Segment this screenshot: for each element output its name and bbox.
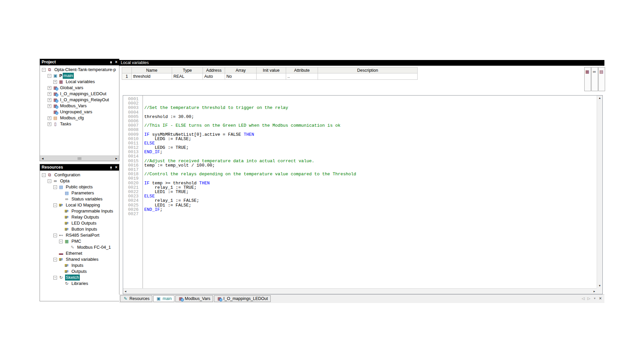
project-item-ungrouped-vars[interactable]: ▦GUngrouped_vars xyxy=(40,109,119,115)
expander-minus-icon[interactable]: − xyxy=(59,240,63,243)
scroll-right-icon[interactable]: ► xyxy=(593,290,596,293)
code-line-0018[interactable]: 0018//Control the relays depending on th… xyxy=(123,172,597,176)
resources-item-button-inputs[interactable]: ⇄Button Inputs xyxy=(40,226,119,232)
close-icon[interactable]: × xyxy=(115,59,117,65)
resources-item-led-outputs[interactable]: ⇄LED Outputs xyxy=(40,220,119,226)
pin-icon[interactable] xyxy=(109,165,113,170)
expander-plus-icon[interactable]: + xyxy=(53,80,57,84)
resources-item-inputs[interactable]: ⇄Inputs xyxy=(40,262,119,268)
project-item-global-vars[interactable]: +▦GGlobal_vars xyxy=(40,85,119,91)
watch-view-strip[interactable]: ∞ xyxy=(591,67,598,91)
resources-item-parameters[interactable]: ▤Parameters xyxy=(40,190,119,196)
code-line-0009[interactable]: 0009IF sysMbMRtuNetList[0].active = FALS… xyxy=(123,132,597,137)
editor-horizontal-scrollbar[interactable]: ◄ ► xyxy=(123,288,597,294)
resources-item-public-objects[interactable]: −▤Public objects xyxy=(40,184,119,190)
column-header-type[interactable]: Type xyxy=(172,67,203,73)
code-line-0026[interactable]: 0026END_IF; xyxy=(123,207,597,212)
project-item-i-o-mappings-relayout[interactable]: +▦GI_O_mappings_RelayOut xyxy=(40,97,119,103)
scroll-right-icon[interactable]: ► xyxy=(114,157,119,160)
column-header-address[interactable]: Address xyxy=(203,67,225,73)
expander-minus-icon[interactable]: − xyxy=(42,68,46,72)
resources-item-rs485-serialport[interactable]: −⊷RS485 SerialPort xyxy=(40,232,119,238)
code-area[interactable]: 000100020003//Set the temperature thresh… xyxy=(123,96,597,288)
cell-type[interactable]: REAL xyxy=(172,73,203,80)
project-item-modbus-vars[interactable]: +▦GModbus_Vars xyxy=(40,103,119,109)
expander-minus-icon[interactable]: − xyxy=(53,185,57,189)
code-line-0003[interactable]: 0003//Set the temperature threshold to t… xyxy=(123,106,597,110)
close-icon[interactable]: × xyxy=(115,164,117,171)
column-header-array[interactable]: Array xyxy=(225,67,257,73)
editor-vertical-scrollbar[interactable]: ▲ ▼ xyxy=(597,96,602,288)
variables-grid-view-strip[interactable]: ▦ xyxy=(584,67,591,91)
code-editor[interactable]: 000100020003//Set the temperature thresh… xyxy=(123,95,603,294)
close-tab-icon[interactable]: × xyxy=(599,297,602,300)
code-line-0027[interactable]: 0027 xyxy=(123,212,597,216)
expander-minus-icon[interactable]: − xyxy=(53,234,57,237)
resources-item-programmable-inputs[interactable]: ⇄Programmable Inputs xyxy=(40,208,119,214)
scroll-down-icon[interactable]: ▼ xyxy=(597,283,602,288)
resources-item-pmc[interactable]: −▦PMC xyxy=(40,238,119,244)
cell-address[interactable]: Auto xyxy=(203,73,225,80)
expander-plus-icon[interactable]: + xyxy=(48,98,51,102)
column-header-name[interactable]: Name xyxy=(132,67,172,73)
project-horizontal-scrollbar[interactable]: ◄ ► xyxy=(40,156,119,161)
expander-plus-icon[interactable]: + xyxy=(48,86,51,90)
project-item-main[interactable]: −▣Pmain xyxy=(40,73,119,79)
resources-item-opta[interactable]: −∞Opta xyxy=(40,178,119,184)
column-header-attribute[interactable]: Attribute xyxy=(286,67,318,73)
pin-icon[interactable] xyxy=(109,60,113,65)
resources-item-status-variables[interactable]: ∞Status variables xyxy=(40,196,119,202)
project-item-modbus-cfg[interactable]: +▤Modbus_cfg xyxy=(40,115,119,121)
project-item-local-variables[interactable]: +▦Local variables xyxy=(40,79,119,85)
code-line-0012[interactable]: 0012 LEDG := TRUE; xyxy=(123,145,597,150)
expander-plus-icon[interactable]: + xyxy=(48,122,51,126)
code-line-0004[interactable]: 0004 xyxy=(123,110,597,115)
cell-init-value[interactable] xyxy=(257,73,286,80)
resources-item-libraries[interactable]: ↻Libraries xyxy=(40,281,119,287)
next-tab-icon[interactable]: ▷ xyxy=(587,296,590,301)
documentation-view-strip[interactable]: ▤ xyxy=(598,67,605,91)
cell-array[interactable]: No xyxy=(225,73,257,80)
resources-item-ethernet[interactable]: ▬Ethernet xyxy=(40,250,119,256)
resources-item-sketch[interactable]: −↻Sketch xyxy=(40,275,119,281)
tab-resources[interactable]: ✎Resources xyxy=(120,295,152,302)
expander-plus-icon[interactable]: + xyxy=(48,104,51,108)
prev-tab-icon[interactable]: ◁ xyxy=(582,296,584,301)
resources-item-modbus-fc-04-1[interactable]: ✎Modbus FC-04_1 xyxy=(40,244,119,250)
expander-minus-icon[interactable]: − xyxy=(42,173,46,177)
code-line-0024[interactable]: 0024 relay_1 := FALSE; xyxy=(123,198,597,203)
scrollbar-grip[interactable] xyxy=(45,157,114,160)
expander-minus-icon[interactable]: − xyxy=(53,203,57,207)
resources-item-relay-outputs[interactable]: ⇄Relay Outputs xyxy=(40,214,119,220)
code-line-0025[interactable]: 0025 LED1 := FALSE; xyxy=(123,203,597,207)
expander-minus-icon[interactable]: − xyxy=(48,179,51,183)
code-line-0022[interactable]: 0022 LED1 := TRUE; xyxy=(123,190,597,194)
scroll-up-icon[interactable]: ▲ xyxy=(597,96,602,101)
tab-modbus-vars[interactable]: ▦GModbus_Vars xyxy=(175,295,213,302)
column-header-init-value[interactable]: Init value xyxy=(257,67,286,73)
scroll-left-icon[interactable]: ◄ xyxy=(124,290,127,293)
code-line-0013[interactable]: 0013END_IF; xyxy=(123,150,597,154)
table-row[interactable]: 1thresholdREALAutoNo.. xyxy=(122,73,418,80)
resources-item-outputs[interactable]: ⇄Outputs xyxy=(40,268,119,275)
code-line-0007[interactable]: 0007//This IF - ELSE turns on the Green … xyxy=(123,123,597,128)
tab-menu-icon[interactable]: ▼ xyxy=(593,297,596,300)
column-header-description[interactable]: Description xyxy=(318,67,418,73)
tab-i-o-mappings-ledout[interactable]: ▦GI_O_mappings_LEDOut xyxy=(214,295,271,302)
cell-description[interactable] xyxy=(318,73,418,80)
expander-minus-icon[interactable]: − xyxy=(53,258,57,261)
scroll-left-icon[interactable]: ◄ xyxy=(40,157,45,160)
code-line-0011[interactable]: 0011ELSE xyxy=(123,141,597,145)
expander-plus-icon[interactable]: + xyxy=(48,116,51,120)
project-item-i-o-mappings-ledout[interactable]: +▦GI_O_mappings_LEDOut xyxy=(40,91,119,97)
resources-item-local-io-mapping[interactable]: −⇄Local IO Mapping xyxy=(40,202,119,208)
expander-minus-icon[interactable]: − xyxy=(48,74,51,78)
code-line-0021[interactable]: 0021 relay_1 := TRUE; xyxy=(123,185,597,190)
code-line-0016[interactable]: 0016temp := temp_volt / 100.00; xyxy=(123,163,597,168)
resources-item-shared-variables[interactable]: −⇄Shared variables xyxy=(40,256,119,262)
code-line-0005[interactable]: 0005threshold := 30.00; xyxy=(123,115,597,119)
project-item-opta-client-tank-temperature-p[interactable]: −⧉Opta-Client-Tank-temperature-p xyxy=(40,67,119,73)
code-line-0001[interactable]: 0001 xyxy=(123,97,597,101)
expander-plus-icon[interactable]: + xyxy=(48,92,51,96)
resources-item-configuration[interactable]: −⧉Configuration xyxy=(40,172,119,178)
